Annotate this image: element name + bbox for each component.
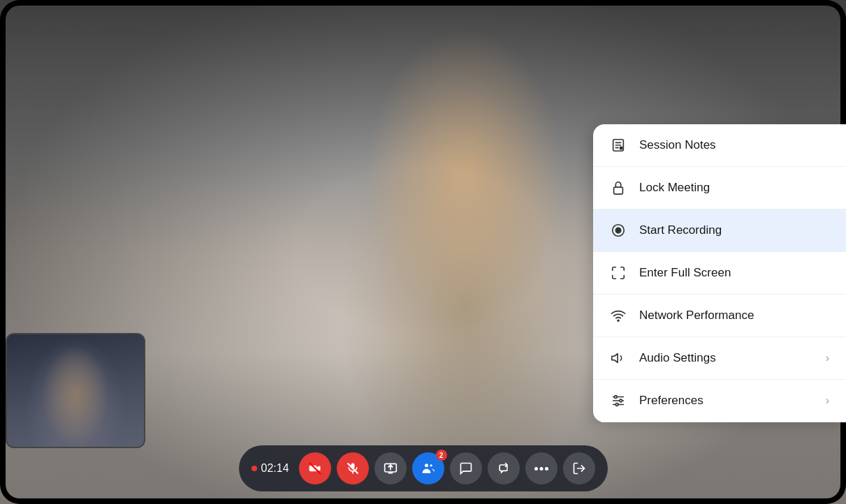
menu-item-enter-full-screen[interactable]: Enter Full Screen xyxy=(593,252,846,295)
participants-button[interactable]: 2 xyxy=(412,452,444,484)
svg-point-8 xyxy=(618,320,619,321)
enter-full-screen-label: Enter Full Screen xyxy=(639,266,829,280)
more-button[interactable] xyxy=(525,452,557,484)
menu-item-session-notes[interactable]: Session Notes xyxy=(593,124,846,167)
network-performance-label: Network Performance xyxy=(639,309,829,323)
menu-item-start-recording[interactable]: Start Recording xyxy=(593,209,846,252)
mic-button[interactable] xyxy=(337,452,369,484)
menu-item-network-performance[interactable]: Network Performance xyxy=(593,295,846,337)
thumbnail-video xyxy=(6,333,145,448)
wifi-icon xyxy=(610,307,627,324)
svg-point-27 xyxy=(534,467,538,470)
video-container: Session Notes Lock Meeting Start Recordi… xyxy=(0,0,846,504)
recording-dot xyxy=(251,466,257,471)
svg-point-14 xyxy=(620,399,622,402)
svg-point-28 xyxy=(539,467,543,470)
start-recording-label: Start Recording xyxy=(639,223,829,237)
notes-icon xyxy=(610,137,627,154)
svg-rect-4 xyxy=(620,147,623,150)
preferences-chevron: › xyxy=(826,394,829,407)
chat-button[interactable] xyxy=(450,452,482,484)
session-notes-label: Session Notes xyxy=(639,138,829,152)
audio-settings-label: Audio Settings xyxy=(639,351,813,365)
preferences-label: Preferences xyxy=(639,394,813,408)
lock-meeting-label: Lock Meeting xyxy=(639,181,829,195)
call-timer: 02:14 xyxy=(251,462,293,475)
menu-item-preferences[interactable]: Preferences › xyxy=(593,380,846,422)
lock-icon xyxy=(610,179,627,196)
svg-marker-9 xyxy=(612,354,618,363)
camera-button[interactable] xyxy=(299,452,331,484)
record-icon xyxy=(610,222,627,239)
svg-point-29 xyxy=(545,467,548,470)
svg-rect-5 xyxy=(614,187,623,194)
preferences-icon xyxy=(610,392,627,409)
screen-share-button[interactable] xyxy=(374,452,407,484)
audio-settings-chevron: › xyxy=(826,352,829,364)
svg-point-13 xyxy=(615,396,618,399)
participant-count: 2 xyxy=(436,450,447,461)
svg-point-25 xyxy=(425,464,428,467)
menu-item-audio-settings[interactable]: Audio Settings › xyxy=(593,337,846,380)
svg-point-15 xyxy=(615,403,618,406)
fullscreen-icon xyxy=(610,265,627,281)
menu-item-lock-meeting[interactable]: Lock Meeting xyxy=(593,167,846,209)
svg-point-7 xyxy=(615,228,620,232)
leave-button[interactable] xyxy=(563,452,595,484)
audio-icon xyxy=(610,350,627,366)
control-bar: 02:14 xyxy=(239,445,608,491)
svg-point-26 xyxy=(430,464,432,466)
timer-value: 02:14 xyxy=(261,462,289,475)
reactions-button[interactable] xyxy=(488,452,520,484)
context-menu: Session Notes Lock Meeting Start Recordi… xyxy=(593,124,846,422)
